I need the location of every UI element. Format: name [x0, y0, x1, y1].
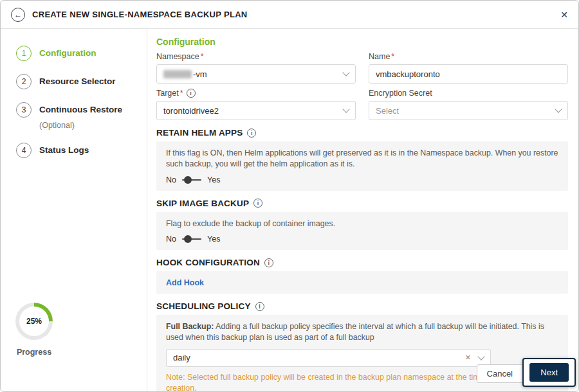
info-icon[interactable]: i: [247, 129, 256, 138]
create-backup-plan-dialog: ← CREATE NEW SINGLE-NAMESPACE BACKUP PLA…: [0, 0, 579, 392]
namespace-value-suffix: -vm: [193, 69, 207, 79]
clear-icon[interactable]: ✕: [465, 353, 471, 362]
toggle-knob: [184, 176, 192, 184]
retain-helm-apps-title: RETAIN HELM APPS i: [156, 128, 568, 138]
label-text: Name: [369, 52, 390, 61]
label-text: Target: [156, 89, 179, 98]
skip-image-backup-panel: Flag to exclude the backup of container …: [156, 212, 568, 250]
scheduling-policy-title: SCHEDULING POLICY i: [156, 301, 568, 311]
target-label: Target* i: [156, 89, 356, 98]
skip-image-backup-title: SKIP IMAGE BACKUP i: [156, 199, 568, 208]
full-backup-description: Adding a full backup policy specifies th…: [166, 322, 544, 342]
retain-helm-toggle[interactable]: [182, 175, 201, 184]
label-text: Encryption Secret: [369, 89, 432, 98]
add-hook-link[interactable]: Add Hook: [166, 278, 204, 287]
step-number: 4: [16, 143, 32, 158]
form-heading: Configuration: [156, 37, 568, 47]
namespace-label: Namespace*: [156, 52, 356, 61]
hook-configuration-panel: Add Hook: [156, 271, 568, 294]
encryption-secret-field: Encryption Secret Select: [369, 89, 568, 120]
full-backup-policy-select[interactable]: daily ✕: [166, 349, 491, 367]
section-title-text: SKIP IMAGE BACKUP: [156, 199, 249, 208]
progress-ring: 25%: [15, 303, 53, 340]
skip-image-toggle[interactable]: [182, 235, 201, 244]
namespace-select[interactable]: -vm: [156, 64, 356, 84]
dialog-title: CREATE NEW SINGLE-NAMESPACE BACKUP PLAN: [32, 10, 248, 19]
name-input[interactable]: [369, 64, 568, 84]
step-label: Resource Selector: [39, 74, 116, 86]
label-text: Namespace: [156, 52, 199, 61]
skip-image-toggle-row: No Yes: [166, 235, 558, 244]
step-configuration[interactable]: 1 Configuration: [16, 46, 140, 61]
next-button-highlight-box: Next: [522, 358, 576, 387]
step-label: Status Logs: [39, 143, 89, 155]
progress-indicator: 25% Progress: [15, 303, 53, 357]
form-content: Configuration Namespace* -vm Name*: [147, 29, 578, 392]
section-title-text: RETAIN HELM APPS: [156, 128, 243, 138]
progress-label: Progress: [15, 348, 53, 357]
progress-percent: 25%: [26, 317, 42, 326]
encryption-secret-label: Encryption Secret: [369, 89, 568, 98]
toggle-no-label: No: [166, 235, 176, 244]
dialog-header: ← CREATE NEW SINGLE-NAMESPACE BACKUP PLA…: [1, 1, 578, 29]
encryption-secret-select[interactable]: Select: [369, 101, 568, 120]
chevron-down-icon: [342, 105, 349, 112]
retain-helm-apps-panel: If this flag is ON, then Helm applicatio…: [156, 141, 568, 191]
close-icon[interactable]: ✕: [560, 10, 568, 20]
info-icon[interactable]: i: [253, 199, 262, 208]
info-icon[interactable]: i: [255, 302, 264, 311]
target-value: torontoidrivee2: [163, 106, 219, 116]
target-field: Target* i torontoidrivee2: [156, 89, 356, 120]
section-title-text: SCHEDULING POLICY: [156, 301, 251, 311]
step-label: Continuous Restore: [39, 102, 122, 114]
chevron-down-icon: [555, 105, 562, 112]
name-label: Name*: [369, 52, 568, 61]
retain-helm-description: If this flag is ON, then Helm applicatio…: [166, 148, 558, 170]
step-resource-selector[interactable]: 2 Resource Selector: [16, 74, 140, 89]
toggle-no-label: No: [166, 175, 176, 184]
hook-configuration-title: HOOK CONFIGURATION i: [156, 258, 568, 267]
required-marker: *: [201, 52, 204, 61]
namespace-value-redacted: [163, 70, 192, 78]
back-icon[interactable]: ←: [11, 8, 25, 22]
steps-sidebar: 1 Configuration 2 Resource Selector 3 Co…: [1, 29, 147, 392]
chevron-down-icon: [477, 353, 484, 360]
step-number: 2: [16, 74, 32, 89]
target-select[interactable]: torontoidrivee2: [156, 101, 356, 120]
section-title-text: HOOK CONFIGURATION: [156, 258, 260, 267]
step-sublabel: (Optional): [39, 121, 122, 130]
skip-image-description: Flag to exclude the backup of container …: [166, 218, 558, 229]
step-number: 1: [16, 46, 32, 61]
scheduling-description: Full Backup: Adding a full backup policy…: [166, 321, 558, 344]
select-placeholder: Select: [376, 106, 399, 116]
chevron-down-icon: [342, 69, 349, 76]
step-continuous-restore[interactable]: 3 Continuous Restore (Optional): [16, 102, 140, 130]
next-button[interactable]: Next: [529, 363, 569, 382]
info-icon[interactable]: i: [187, 89, 196, 98]
cancel-button[interactable]: Cancel: [477, 364, 523, 383]
required-marker: *: [180, 89, 183, 98]
required-marker: *: [391, 52, 394, 61]
info-icon[interactable]: i: [264, 258, 273, 267]
toggle-yes-label: Yes: [207, 235, 220, 244]
toggle-knob: [184, 235, 192, 243]
retain-helm-toggle-row: No Yes: [166, 175, 558, 184]
namespace-field: Namespace* -vm: [156, 52, 356, 84]
toggle-yes-label: Yes: [207, 175, 220, 184]
step-status-logs[interactable]: 4 Status Logs: [16, 143, 140, 158]
step-number: 3: [16, 102, 32, 118]
name-field: Name*: [369, 52, 568, 84]
step-label: Configuration: [39, 46, 96, 58]
policy-value: daily: [173, 353, 190, 362]
full-backup-lead: Full Backup:: [166, 322, 214, 331]
